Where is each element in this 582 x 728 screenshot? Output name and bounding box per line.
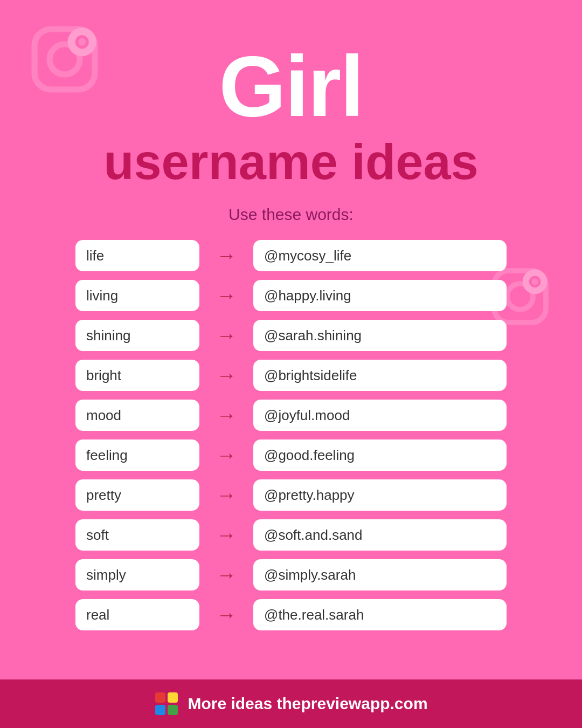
svg-rect-8	[155, 705, 165, 715]
table-row: mood → @joyful.mood	[75, 400, 507, 431]
username-box-life: @mycosy_life	[253, 240, 507, 271]
table-row: real → @the.real.sarah	[75, 599, 507, 630]
word-box-shining: shining	[75, 320, 199, 351]
arrow-icon-5: →	[210, 444, 242, 467]
svg-point-5	[532, 278, 538, 285]
table-row: pretty → @pretty.happy	[75, 479, 507, 511]
word-box-feeling: feeling	[75, 439, 199, 471]
table-row: bright → @brightsidelife	[75, 360, 507, 391]
title-username-ideas: username ideas	[103, 135, 478, 189]
arrow-icon-6: →	[210, 484, 242, 507]
word-box-simply: simply	[75, 559, 199, 590]
arrow-icon-0: →	[210, 244, 242, 267]
word-box-real: real	[75, 599, 199, 630]
username-box-soft: @soft.and.sand	[253, 519, 507, 551]
content-area: life → @mycosy_life living → @happy.livi…	[75, 240, 507, 630]
word-box-soft: soft	[75, 519, 199, 551]
username-box-real: @the.real.sarah	[253, 599, 507, 630]
arrow-icon-4: →	[210, 404, 242, 427]
username-box-bright: @brightsidelife	[253, 360, 507, 391]
arrow-icon-3: →	[210, 364, 242, 387]
word-box-living: living	[75, 280, 199, 311]
arrow-icon-8: →	[210, 564, 242, 587]
word-box-life: life	[75, 240, 199, 271]
svg-rect-6	[155, 692, 165, 703]
footer-text: More ideas thepreviewapp.com	[188, 695, 427, 713]
footer-logo-icon	[154, 691, 179, 716]
table-row: soft → @soft.and.sand	[75, 519, 507, 551]
arrow-icon-7: →	[210, 524, 242, 547]
svg-point-2	[78, 38, 86, 46]
table-row: simply → @simply.sarah	[75, 559, 507, 590]
username-box-pretty: @pretty.happy	[253, 479, 507, 511]
main-container: Girl username ideas Use these words: lif…	[0, 0, 582, 728]
username-box-simply: @simply.sarah	[253, 559, 507, 590]
title-girl: Girl	[103, 43, 478, 129]
subtitle-text: Use these words:	[228, 205, 354, 224]
username-box-living: @happy.living	[253, 280, 507, 311]
title-section: Girl username ideas	[103, 43, 478, 189]
table-row: shining → @sarah.shining	[75, 320, 507, 351]
arrow-icon-9: →	[210, 603, 242, 627]
username-box-shining: @sarah.shining	[253, 320, 507, 351]
arrow-icon-2: →	[210, 324, 242, 347]
footer: More ideas thepreviewapp.com	[0, 679, 582, 728]
username-box-feeling: @good.feeling	[253, 439, 507, 471]
svg-rect-9	[168, 705, 178, 715]
table-row: feeling → @good.feeling	[75, 439, 507, 471]
word-box-mood: mood	[75, 400, 199, 431]
table-row: life → @mycosy_life	[75, 240, 507, 271]
word-box-pretty: pretty	[75, 479, 199, 511]
table-row: living → @happy.living	[75, 280, 507, 311]
username-box-mood: @joyful.mood	[253, 400, 507, 431]
instagram-icon-top-left	[27, 22, 102, 97]
svg-rect-7	[168, 692, 178, 703]
word-box-bright: bright	[75, 360, 199, 391]
arrow-icon-1: →	[210, 284, 242, 307]
